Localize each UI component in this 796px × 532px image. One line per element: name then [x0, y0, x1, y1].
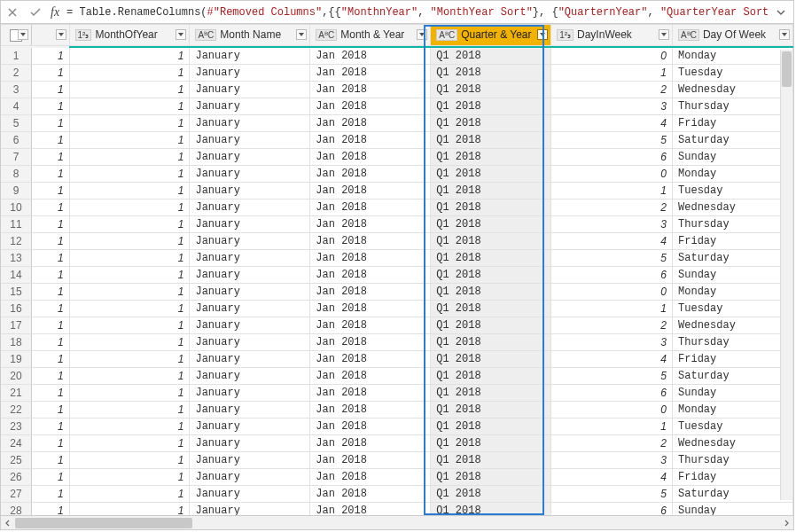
row-number[interactable]: 19: [1, 350, 31, 367]
cell-monthyear[interactable]: Jan 2018: [310, 165, 431, 182]
cell-monthyear[interactable]: Jan 2018: [310, 401, 431, 418]
cell-dayofweek[interactable]: Thursday: [673, 215, 793, 232]
cell-dayinweek[interactable]: 3: [551, 451, 673, 468]
cell-monthofyear[interactable]: 1: [69, 64, 190, 81]
cell-monthname[interactable]: January: [190, 199, 310, 215]
row-number[interactable]: 24: [1, 434, 31, 451]
cell-dayinweek[interactable]: 1: [551, 182, 673, 199]
cell-monthname[interactable]: January: [190, 131, 310, 148]
table-row[interactable]: 2811JanuaryJan 2018Q1 20186Sunday: [1, 502, 793, 515]
table-row[interactable]: 911JanuaryJan 2018Q1 20181Tuesday: [1, 182, 793, 199]
cell-monthyear[interactable]: Jan 2018: [310, 148, 431, 165]
cell-leading[interactable]: 1: [31, 468, 69, 485]
cell-dayofweek[interactable]: Monday: [673, 48, 793, 65]
table-row[interactable]: 1411JanuaryJan 2018Q1 20186Sunday: [1, 266, 793, 283]
cell-monthname[interactable]: January: [190, 249, 310, 266]
formula-input[interactable]: = Table.RenameColumns(#"Removed Columns"…: [66, 6, 769, 19]
cell-dayinweek[interactable]: 6: [551, 384, 673, 401]
cell-monthyear[interactable]: Jan 2018: [310, 367, 431, 384]
cell-quarteryear[interactable]: Q1 2018: [431, 98, 551, 114]
row-number[interactable]: 12: [1, 232, 31, 249]
table-row[interactable]: 2211JanuaryJan 2018Q1 20180Monday: [1, 401, 793, 418]
datatype-icon[interactable]: AᴮC: [195, 29, 216, 41]
table-row[interactable]: 1311JanuaryJan 2018Q1 20185Saturday: [1, 249, 793, 266]
cell-leading[interactable]: 1: [31, 48, 69, 65]
cell-dayofweek[interactable]: Saturday: [673, 131, 793, 148]
cell-dayofweek[interactable]: Thursday: [673, 333, 793, 350]
cell-monthname[interactable]: January: [190, 350, 310, 367]
cell-dayinweek[interactable]: 0: [551, 283, 673, 300]
cell-monthname[interactable]: January: [190, 434, 310, 451]
cell-monthyear[interactable]: Jan 2018: [310, 317, 431, 333]
row-number[interactable]: 9: [1, 182, 31, 199]
cell-leading[interactable]: 1: [31, 367, 69, 384]
cell-quarteryear[interactable]: Q1 2018: [431, 114, 551, 131]
cell-monthname[interactable]: January: [190, 165, 310, 182]
cell-monthyear[interactable]: Jan 2018: [310, 350, 431, 367]
cell-dayofweek[interactable]: Saturday: [673, 485, 793, 502]
cell-monthname[interactable]: January: [190, 266, 310, 283]
cell-dayinweek[interactable]: 1: [551, 300, 673, 317]
cell-monthyear[interactable]: Jan 2018: [310, 266, 431, 283]
cell-leading[interactable]: 1: [31, 401, 69, 418]
cell-monthofyear[interactable]: 1: [69, 350, 190, 367]
cell-dayofweek[interactable]: Monday: [673, 401, 793, 418]
cell-monthofyear[interactable]: 1: [69, 148, 190, 165]
row-number[interactable]: 22: [1, 401, 31, 418]
cell-dayinweek[interactable]: 2: [551, 199, 673, 215]
cell-dayofweek[interactable]: Friday: [673, 114, 793, 131]
cell-quarteryear[interactable]: Q1 2018: [431, 131, 551, 148]
cell-quarteryear[interactable]: Q1 2018: [431, 502, 551, 515]
cell-leading[interactable]: 1: [31, 98, 69, 114]
table-row[interactable]: 1111JanuaryJan 2018Q1 20183Thursday: [1, 215, 793, 232]
column-filter-icon[interactable]: [176, 29, 186, 40]
cell-monthyear[interactable]: Jan 2018: [310, 333, 431, 350]
row-number[interactable]: 26: [1, 468, 31, 485]
cell-monthname[interactable]: January: [190, 283, 310, 300]
cell-monthyear[interactable]: Jan 2018: [310, 48, 431, 65]
row-number[interactable]: 7: [1, 148, 31, 165]
cell-leading[interactable]: 1: [31, 114, 69, 131]
cell-monthname[interactable]: January: [190, 451, 310, 468]
cell-monthyear[interactable]: Jan 2018: [310, 283, 431, 300]
cell-monthofyear[interactable]: 1: [69, 114, 190, 131]
table-row[interactable]: 2011JanuaryJan 2018Q1 20185Saturday: [1, 367, 793, 384]
cell-dayinweek[interactable]: 2: [551, 81, 673, 98]
cell-dayofweek[interactable]: Tuesday: [673, 418, 793, 434]
table-row[interactable]: 1511JanuaryJan 2018Q1 20180Monday: [1, 283, 793, 300]
cell-quarteryear[interactable]: Q1 2018: [431, 401, 551, 418]
cell-monthyear[interactable]: Jan 2018: [310, 98, 431, 114]
datatype-icon[interactable]: AᴮC: [316, 29, 337, 41]
cell-dayofweek[interactable]: Wednesday: [673, 81, 793, 98]
cell-monthofyear[interactable]: 1: [69, 215, 190, 232]
row-number[interactable]: 28: [1, 502, 31, 515]
cell-quarteryear[interactable]: Q1 2018: [431, 485, 551, 502]
table-row[interactable]: 2111JanuaryJan 2018Q1 20186Sunday: [1, 384, 793, 401]
cell-monthofyear[interactable]: 1: [69, 434, 190, 451]
cell-dayofweek[interactable]: Monday: [673, 283, 793, 300]
horizontal-scroll-thumb[interactable]: [15, 518, 192, 528]
cell-monthname[interactable]: January: [190, 485, 310, 502]
column-filter-icon[interactable]: [779, 29, 790, 40]
cell-monthofyear[interactable]: 1: [69, 232, 190, 249]
cell-dayofweek[interactable]: Sunday: [673, 266, 793, 283]
cell-dayinweek[interactable]: 0: [551, 48, 673, 65]
table-row[interactable]: 1911JanuaryJan 2018Q1 20184Friday: [1, 350, 793, 367]
row-number[interactable]: 8: [1, 165, 31, 182]
cell-quarteryear[interactable]: Q1 2018: [431, 81, 551, 98]
cell-dayinweek[interactable]: 4: [551, 350, 673, 367]
cell-monthname[interactable]: January: [190, 502, 310, 515]
cell-quarteryear[interactable]: Q1 2018: [431, 215, 551, 232]
cell-monthyear[interactable]: Jan 2018: [310, 384, 431, 401]
cell-dayinweek[interactable]: 4: [551, 114, 673, 131]
cell-quarteryear[interactable]: Q1 2018: [431, 199, 551, 215]
cell-quarteryear[interactable]: Q1 2018: [431, 468, 551, 485]
cell-monthofyear[interactable]: 1: [69, 367, 190, 384]
cell-quarteryear[interactable]: Q1 2018: [431, 300, 551, 317]
cell-dayinweek[interactable]: 3: [551, 98, 673, 114]
row-number[interactable]: 25: [1, 451, 31, 468]
cell-monthname[interactable]: January: [190, 48, 310, 65]
row-number[interactable]: 20: [1, 367, 31, 384]
cell-dayofweek[interactable]: Friday: [673, 350, 793, 367]
cell-leading[interactable]: 1: [31, 300, 69, 317]
